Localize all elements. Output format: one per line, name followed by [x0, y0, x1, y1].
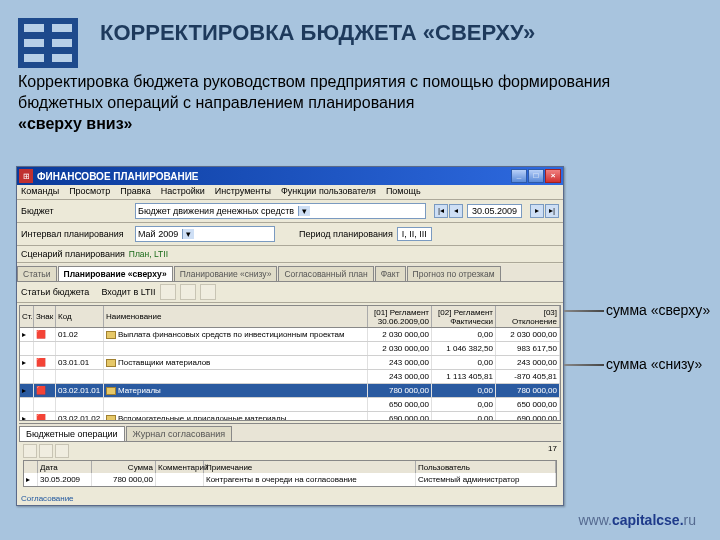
tab-ops[interactable]: Бюджетные операции: [19, 426, 125, 441]
budget-grid: Ст. Знак Код Наименование [01] Регламент…: [19, 305, 561, 421]
interval-label: Интервал планирования: [21, 229, 131, 239]
tab-forecast[interactable]: Прогноз по отрезкам: [407, 266, 501, 281]
row-pointer-icon: [22, 386, 26, 395]
slide-logo: [18, 18, 78, 68]
nav-prev-button[interactable]: ◂: [449, 204, 463, 218]
tab-bottom[interactable]: Планирование «снизу»: [174, 266, 278, 281]
menu-edit[interactable]: Правка: [120, 186, 150, 198]
menu-userfn[interactable]: Функции пользователя: [281, 186, 376, 198]
menu-help[interactable]: Помощь: [386, 186, 421, 198]
date-field[interactable]: 30.05.2009: [467, 204, 522, 218]
ops-col-kom[interactable]: Комментарий: [156, 461, 204, 473]
grid-toolbar: Статьи бюджета Входит в LTII: [17, 282, 563, 303]
tab-fact[interactable]: Факт: [375, 266, 406, 281]
tab-journal[interactable]: Журнал согласования: [126, 426, 232, 441]
budget-row: Бюджет Бюджет движения денежных средств▾…: [17, 200, 563, 223]
ops-col-sum[interactable]: Сумма: [92, 461, 156, 473]
chevron-down-icon: ▾: [298, 206, 310, 216]
col-name[interactable]: Наименование: [104, 306, 368, 327]
col-03[interactable]: [03] Отклонение: [496, 306, 560, 327]
slide-title: КОРРЕКТИРОВКА БЮДЖЕТА «СВЕРХУ»: [100, 20, 535, 46]
col-kod[interactable]: Код: [56, 306, 104, 327]
ops-btn-2[interactable]: [39, 444, 53, 458]
toolbar-btn-1[interactable]: [160, 284, 176, 300]
ops-btn-1[interactable]: [23, 444, 37, 458]
stat-label: Статьи бюджета: [21, 287, 89, 297]
callout-line-bot: [564, 364, 604, 366]
ops-btn-3[interactable]: [55, 444, 69, 458]
maximize-button[interactable]: □: [528, 169, 544, 183]
folder-icon: [106, 331, 116, 339]
callout-bottom: сумма «снизу»: [606, 356, 702, 372]
ops-col-pr[interactable]: Примечание: [204, 461, 416, 473]
row-pointer-icon: [26, 475, 30, 484]
folder-icon: [106, 415, 116, 421]
app-window: ⊞ ФИНАНСОВОЕ ПЛАНИРОВАНИЕ _ □ × Команды …: [16, 166, 564, 506]
app-icon: ⊞: [19, 169, 33, 183]
col-02[interactable]: [02] Регламент Фактически: [432, 306, 496, 327]
main-tabs: Статьи Планирование «сверху» Планировани…: [17, 264, 563, 282]
budget-combo[interactable]: Бюджет движения денежных средств▾: [135, 203, 426, 219]
tab-agreed[interactable]: Согласованный план: [278, 266, 373, 281]
table-row[interactable]: 🟥03.02.01.02Вспомогательные и присадочны…: [20, 412, 560, 420]
table-row[interactable]: 243 000,001 113 405,81-870 405,81: [20, 370, 560, 384]
row-pointer-icon: [22, 330, 26, 339]
period-field[interactable]: I, II, III: [397, 227, 432, 241]
menu-settings[interactable]: Настройки: [161, 186, 205, 198]
ops-col-pol[interactable]: Пользователь: [416, 461, 556, 473]
folder-icon: [106, 387, 116, 395]
col-znak[interactable]: Знак: [34, 306, 56, 327]
ops-panel: 17 Дата Сумма Комментарий Примечание Пол…: [19, 441, 561, 490]
ops-row[interactable]: 30.05.2009 780 000,00 Контрагенты в очер…: [24, 473, 556, 486]
vx-label: Входит в LTII: [101, 287, 155, 297]
titlebar[interactable]: ⊞ ФИНАНСОВОЕ ПЛАНИРОВАНИЕ _ □ ×: [17, 167, 563, 185]
menu-commands[interactable]: Команды: [21, 186, 59, 198]
status-link[interactable]: Согласование: [17, 492, 563, 505]
callout-top: сумма «сверху»: [606, 302, 710, 318]
ops-corr-v: 17: [548, 444, 557, 458]
close-button[interactable]: ×: [545, 169, 561, 183]
chevron-down-icon: ▾: [182, 229, 194, 239]
tab-stati[interactable]: Статьи: [17, 266, 57, 281]
menu-view[interactable]: Просмотр: [69, 186, 110, 198]
tab-top[interactable]: Планирование «сверху»: [58, 266, 173, 281]
table-row[interactable]: 🟥03.02.01.01Материалы780 000,000,00780 0…: [20, 384, 560, 398]
bottom-tabs: Бюджетные операции Журнал согласования: [19, 423, 561, 441]
window-title: ФИНАНСОВОЕ ПЛАНИРОВАНИЕ: [37, 171, 511, 182]
col-status[interactable]: Ст.: [20, 306, 34, 327]
table-row[interactable]: 650 000,000,00650 000,00: [20, 398, 560, 412]
toolbar-btn-3[interactable]: [200, 284, 216, 300]
period-label: Период планирования: [299, 229, 393, 239]
scenario-row: Сценарий планирования План, LTII: [17, 246, 563, 263]
table-row[interactable]: 🟥03.01.01Поставщики материалов243 000,00…: [20, 356, 560, 370]
minimize-button[interactable]: _: [511, 169, 527, 183]
menubar: Команды Просмотр Правка Настройки Инстру…: [17, 185, 563, 200]
table-row[interactable]: 🟥01.02Выплата финансовых средств по инве…: [20, 328, 560, 342]
ops-col-st[interactable]: [24, 461, 38, 473]
nav-next-button[interactable]: ▸: [530, 204, 544, 218]
slide-paragraph: Корректировка бюджета руководством предп…: [18, 72, 698, 134]
footer-url: www.capitalcse.ru: [578, 512, 696, 528]
folder-icon: [106, 359, 116, 367]
col-01[interactable]: [01] Регламент 30.06.2009,00: [368, 306, 432, 327]
nav-first-button[interactable]: |◂: [434, 204, 448, 218]
interval-row: Интервал планирования Май 2009▾ Период п…: [17, 223, 563, 246]
menu-tools[interactable]: Инструменты: [215, 186, 271, 198]
row-pointer-icon: [22, 414, 26, 420]
callout-line-top: [564, 310, 604, 312]
scenario-label: Сценарий планирования: [21, 249, 125, 259]
scenario-value: План, LTII: [129, 249, 168, 259]
budget-label: Бюджет: [21, 206, 131, 216]
ops-col-date[interactable]: Дата: [38, 461, 92, 473]
grid-header: Ст. Знак Код Наименование [01] Регламент…: [20, 306, 560, 328]
table-row[interactable]: 2 030 000,001 046 382,50983 617,50: [20, 342, 560, 356]
toolbar-btn-2[interactable]: [180, 284, 196, 300]
row-pointer-icon: [22, 358, 26, 367]
nav-last-button[interactable]: ▸|: [545, 204, 559, 218]
interval-combo[interactable]: Май 2009▾: [135, 226, 275, 242]
date-nav: |◂ ◂: [434, 204, 463, 218]
